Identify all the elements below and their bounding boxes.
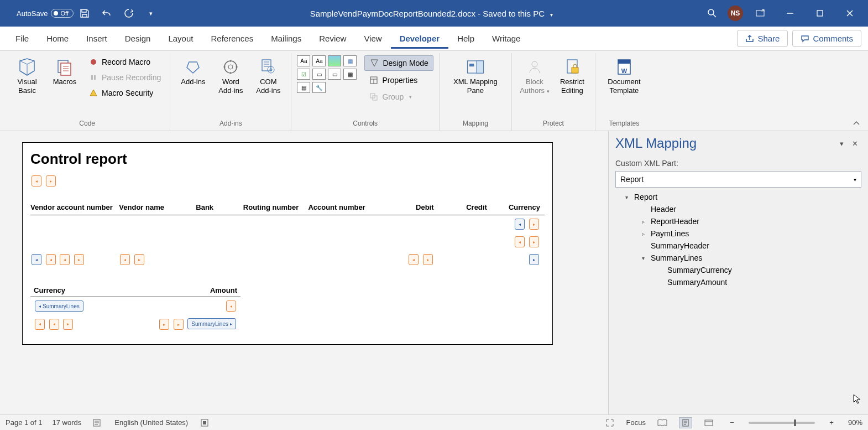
minimize-icon[interactable] [777, 4, 803, 22]
content-control-tag[interactable]: ◂ [32, 175, 41, 186]
focus-label[interactable]: Focus [626, 418, 646, 427]
undo-icon[interactable] [98, 4, 116, 22]
comments-button[interactable]: Comments [792, 30, 861, 47]
repeating-control-icon[interactable]: ▤ [297, 82, 310, 93]
content-control-row[interactable]: ◂ ▸ [30, 174, 545, 188]
page-indicator[interactable]: Page 1 of 1 [6, 418, 43, 427]
content-control-tag[interactable]: ▸ [63, 319, 73, 330]
table-row[interactable]: ◂ ▸ [30, 233, 545, 251]
user-avatar[interactable]: NS [728, 6, 743, 21]
close-icon[interactable] [837, 4, 862, 22]
ribbon-display-icon[interactable] [747, 4, 773, 22]
redo-icon[interactable] [120, 4, 138, 22]
document-template-button[interactable]: W Document Template [601, 55, 647, 97]
autosave-toggle[interactable]: Off [51, 9, 73, 18]
building-block-control-icon[interactable]: ▦ [343, 55, 357, 66]
pane-options-icon[interactable]: ▾ [835, 137, 848, 150]
content-control-tag[interactable]: ▸ [46, 175, 56, 186]
content-control-tag[interactable]: ◂ [32, 254, 41, 265]
content-control-tag[interactable]: ◂ [515, 219, 525, 230]
properties-button[interactable]: Properties [364, 73, 433, 87]
content-control-summary-lines[interactable]: SummaryLines▸ [187, 318, 236, 329]
content-control-tag[interactable]: ▸ [174, 319, 184, 330]
tab-home[interactable]: Home [38, 28, 77, 49]
zoom-thumb[interactable] [794, 419, 796, 426]
custom-xml-part-select[interactable]: Report ▾ [615, 171, 861, 188]
tab-design[interactable]: Design [116, 28, 160, 49]
rich-text-control-icon[interactable]: Aa [297, 55, 310, 66]
tab-layout[interactable]: Layout [159, 28, 202, 49]
tab-view[interactable]: View [355, 28, 390, 49]
word-count[interactable]: 17 words [53, 418, 82, 427]
print-layout-icon[interactable] [679, 417, 692, 428]
read-mode-icon[interactable] [656, 417, 669, 428]
macro-security-button[interactable]: Macro Security [85, 86, 164, 100]
tab-review[interactable]: Review [310, 28, 355, 49]
com-addins-button[interactable]: COM Add-ins [251, 55, 285, 97]
plain-text-control-icon[interactable]: Aa [312, 55, 326, 66]
tree-node-summary-amount[interactable]: SummaryAmount [615, 276, 861, 288]
content-control-gallery[interactable]: Aa Aa ▦ ☑ ▭ ▭ ▦ ▤ 🔧 [297, 55, 357, 93]
zoom-out-icon[interactable]: − [725, 417, 739, 428]
focus-mode-icon[interactable] [603, 417, 616, 428]
tab-writage[interactable]: Writage [483, 28, 529, 49]
picture-control-icon[interactable] [328, 55, 341, 66]
tree-node-summary-header[interactable]: SummaryHeader [615, 240, 861, 252]
table-row[interactable]: ◂ ◂ ◂ ▸ ◂ ▸ ◂ ▸ [30, 251, 545, 268]
content-control-tag[interactable]: ▸ [74, 254, 84, 265]
maximize-icon[interactable] [807, 4, 833, 22]
tab-insert[interactable]: Insert [77, 28, 116, 49]
content-control-tag[interactable]: ▸ [159, 319, 169, 330]
word-addins-button[interactable]: Word Add-ins [213, 55, 248, 97]
content-control-tag[interactable]: ◂ [46, 254, 56, 265]
restrict-editing-button[interactable]: Restrict Editing [555, 55, 589, 97]
tab-file[interactable]: File [7, 28, 38, 49]
addins-button[interactable]: Add-ins [176, 55, 210, 89]
visual-basic-button[interactable]: Visual Basic [10, 55, 44, 97]
title-dropdown-icon[interactable]: ▾ [550, 12, 553, 18]
checkbox-control-icon[interactable]: ☑ [297, 69, 310, 80]
content-control-tag[interactable]: ▸ [529, 219, 539, 230]
web-layout-icon[interactable] [702, 417, 715, 428]
content-control-tag[interactable]: ◂ [409, 254, 419, 265]
spellcheck-icon[interactable] [91, 417, 104, 428]
content-control-tag[interactable]: ▸ [529, 254, 539, 265]
content-control-summary-lines[interactable]: ◂SummaryLines [35, 301, 83, 312]
content-control-tag[interactable]: ◂ [226, 301, 236, 312]
block-authors-button[interactable]: Block Authors ▾ [517, 55, 552, 97]
content-control-tag[interactable]: ◂ [120, 254, 130, 265]
document-area[interactable]: Control report ◂ ▸ Vendor account number… [0, 131, 608, 415]
tab-help[interactable]: Help [448, 28, 483, 49]
tab-references[interactable]: References [202, 28, 262, 49]
content-control-tag[interactable]: ▸ [529, 236, 539, 247]
language-indicator[interactable]: English (United States) [114, 418, 188, 427]
legacy-tools-icon[interactable]: 🔧 [312, 82, 326, 93]
tree-node-summary-currency[interactable]: SummaryCurrency [615, 264, 861, 276]
record-macro-button[interactable]: Record Macro [85, 55, 164, 69]
content-control-tag[interactable]: ▸ [423, 254, 433, 265]
table-row[interactable]: ◂ ▸ [30, 215, 545, 234]
design-mode-button[interactable]: Design Mode [364, 55, 433, 71]
collapse-ribbon-icon[interactable] [849, 116, 864, 131]
zoom-level[interactable]: 90% [848, 418, 862, 427]
tree-node-summary-lines[interactable]: ▾SummaryLines [615, 252, 861, 264]
content-control-tag[interactable]: ◂ [515, 236, 525, 247]
table-row[interactable]: ◂ ◂ ▸ ▸ ▸ SummaryLines▸ [30, 315, 240, 333]
macros-button[interactable]: Macros [48, 55, 82, 89]
content-control-tag[interactable]: ◂ [35, 319, 45, 330]
content-control-tag[interactable]: ◂ [60, 254, 70, 265]
content-control-tag[interactable]: ◂ [49, 319, 59, 330]
zoom-in-icon[interactable]: + [825, 417, 838, 428]
content-control-tag[interactable]: ▸ [134, 254, 144, 265]
search-icon[interactable] [703, 4, 721, 22]
pane-close-icon[interactable]: ✕ [848, 137, 861, 150]
save-icon[interactable] [76, 4, 93, 22]
macro-status-icon[interactable] [198, 417, 211, 428]
tree-node-report[interactable]: ▾Report [615, 191, 861, 203]
qat-customize-icon[interactable]: ▾ [142, 4, 160, 22]
datepicker-control-icon[interactable]: ▦ [343, 69, 357, 80]
tree-node-report-header[interactable]: ▹ReportHeader [615, 215, 861, 227]
tree-node-header[interactable]: Header [615, 203, 861, 215]
tree-node-paym-lines[interactable]: ▹PaymLines [615, 227, 861, 240]
tab-mailings[interactable]: Mailings [262, 28, 310, 49]
